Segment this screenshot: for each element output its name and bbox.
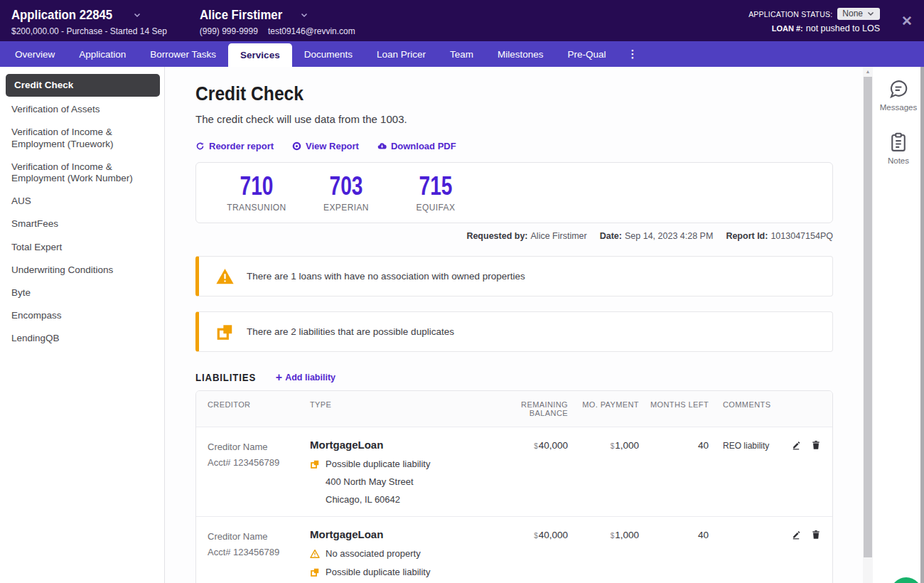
- application-title[interactable]: Application 22845: [11, 7, 112, 23]
- score-value: 703: [330, 173, 363, 199]
- sidebar-item-verification-of-assets[interactable]: Verification of Assets: [0, 98, 164, 121]
- sidebar-item-underwriting-conditions[interactable]: Underwriting Conditions: [0, 259, 164, 282]
- alerts-section: There are 1 loans with have no associati…: [195, 256, 833, 352]
- page-title: Credit Check: [195, 82, 303, 105]
- duplicate-icon: [310, 567, 320, 577]
- alert-banner: There are 1 loans with have no associati…: [195, 256, 833, 296]
- scrollbar-thumb[interactable]: [864, 77, 872, 557]
- tab-milestones[interactable]: Milestones: [485, 41, 556, 67]
- liabilities-heading: LIABILITIES: [195, 371, 256, 383]
- services-sidebar: Credit CheckVerification of AssetsVerifi…: [0, 67, 165, 583]
- right-rail: MessagesNotes: [873, 67, 924, 583]
- rail-item-label: Messages: [880, 103, 917, 112]
- sidebar-item-byte[interactable]: Byte: [0, 282, 164, 304]
- sidebar-item-encompass[interactable]: Encompass: [0, 304, 164, 327]
- liability-type: MortgageLoan: [310, 528, 486, 540]
- table-header-row: CREDITORTYPEREMAINING BALANCEMO. PAYMENT…: [196, 391, 832, 427]
- mo-payment: $1,000: [568, 528, 639, 540]
- creditor-name: Creditor Name: [208, 529, 310, 545]
- tab-application[interactable]: Application: [67, 41, 138, 67]
- chevron-down-icon[interactable]: [133, 11, 141, 19]
- top-header: Application 22845 $200,000.00 - Purchase…: [0, 0, 924, 41]
- date-value: Sep 14, 2023 4:28 PM: [625, 231, 713, 241]
- comments: [709, 528, 787, 530]
- application-subtitle: $200,000.00 - Purchase - Started 14 Sep: [11, 26, 167, 36]
- sidebar-item-total-expert[interactable]: Total Expert: [0, 236, 164, 259]
- edit-icon[interactable]: [792, 530, 802, 540]
- liability-address-line: 400 North May Street: [310, 476, 486, 487]
- reorder-icon: [195, 141, 205, 151]
- page-subtitle: The credit check will use data from the …: [195, 113, 833, 125]
- borrower-name[interactable]: Alice Firstimer: [200, 7, 282, 23]
- tab-services[interactable]: Services: [228, 43, 292, 67]
- bureau-label: TRANSUNION: [217, 203, 296, 213]
- delete-icon[interactable]: [811, 530, 821, 540]
- edit-icon[interactable]: [792, 440, 802, 450]
- duplicate-icon: [310, 459, 320, 469]
- sidebar-item-aus[interactable]: AUS: [0, 190, 164, 213]
- tab-overview[interactable]: Overview: [3, 41, 67, 67]
- chevron-down-icon[interactable]: [300, 11, 308, 19]
- loan-number-label: LOAN #:: [772, 24, 803, 33]
- bureau-label: EQUIFAX: [397, 203, 475, 213]
- requested-by-label: Requested by:: [466, 231, 527, 241]
- status-dropdown[interactable]: None: [837, 8, 880, 20]
- reorder-report-button[interactable]: Reorder report: [195, 141, 274, 151]
- application-status-label: APPLICATION STATUS:: [748, 10, 832, 18]
- creditor-name: Creditor Name: [208, 439, 310, 455]
- liability-type: MortgageLoan: [310, 439, 486, 451]
- delete-icon[interactable]: [811, 440, 821, 450]
- main-content: Credit Check The credit check will use d…: [165, 67, 863, 583]
- liability-row: Creditor NameAcct# 123456789MortgageLoan…: [196, 427, 832, 517]
- credit-score-experian: 703EXPERIAN: [307, 173, 385, 213]
- tab-team[interactable]: Team: [438, 41, 485, 67]
- score-value: 715: [419, 173, 453, 199]
- close-icon[interactable]: ✕: [901, 14, 913, 28]
- tab-documents[interactable]: Documents: [292, 41, 365, 67]
- tab-loan-pricer[interactable]: Loan Pricer: [365, 41, 438, 67]
- sidebar-item-verification-of-income-employment-work-number-[interactable]: Verification of Income & Employment (Wor…: [0, 156, 164, 190]
- loan-number-value: not pushed to LOS: [806, 23, 880, 33]
- scrollbar-up-arrow-icon[interactable]: ▲: [863, 69, 873, 74]
- borrower-phone: (999) 999-9999: [200, 26, 258, 36]
- sidebar-item-credit-check[interactable]: Credit Check: [6, 74, 160, 97]
- report-meta: Requested by:Alice Firstimer Date:Sep 14…: [195, 231, 833, 241]
- sidebar-item-verification-of-income-employment-truework-[interactable]: Verification of Income & Employment (Tru…: [0, 121, 164, 155]
- sidebar-item-lendingqb[interactable]: LendingQB: [0, 327, 164, 350]
- duplicate-icon: [215, 323, 235, 341]
- report-actions: Reorder reportView ReportDownload PDF: [195, 141, 833, 151]
- bureau-label: EXPERIAN: [307, 203, 385, 213]
- creditor-account: Acct# 123456789: [208, 455, 310, 471]
- sidebar-item-smartfees[interactable]: SmartFees: [0, 213, 164, 235]
- liability-flag: Possible duplicate liability: [310, 459, 486, 469]
- mo-payment: $1,000: [568, 439, 639, 451]
- add-liability-button[interactable]: + Add liability: [276, 372, 335, 383]
- rail-item-notes[interactable]: Notes: [888, 132, 909, 165]
- view-report-button[interactable]: View Report: [292, 141, 359, 151]
- tab-borrower-tasks[interactable]: Borrower Tasks: [138, 41, 228, 67]
- nav-overflow-icon[interactable]: ⋮: [618, 41, 648, 67]
- liability-row: Creditor NameAcct# 123456789MortgageLoan…: [196, 517, 832, 583]
- column-header: COMMENTS: [709, 391, 787, 418]
- window-scrollbar[interactable]: [920, 67, 924, 583]
- credit-scores-card: 710TRANSUNION703EXPERIAN715EQUIFAX: [195, 162, 833, 223]
- rail-item-messages[interactable]: Messages: [880, 78, 917, 112]
- content-scrollbar[interactable]: ▲: [863, 67, 873, 583]
- rail-item-label: Notes: [888, 156, 909, 165]
- months-left: 40: [639, 528, 709, 540]
- requested-by-value: Alice Firstimer: [531, 231, 587, 241]
- notes-icon: [888, 132, 909, 153]
- comments: REO liability: [709, 439, 787, 451]
- status-dropdown-value: None: [842, 9, 863, 18]
- column-header: REMAINING BALANCE: [486, 391, 568, 427]
- messages-icon: [888, 78, 909, 100]
- column-header: MONTHS LEFT: [639, 391, 709, 418]
- main-nav: OverviewApplicationBorrower TasksService…: [0, 41, 924, 67]
- borrower-email: test09146@revvin.com: [268, 26, 355, 36]
- download-pdf-button[interactable]: Download PDF: [377, 141, 456, 151]
- plus-icon: +: [276, 372, 282, 383]
- tab-pre-qual[interactable]: Pre-Qual: [556, 41, 618, 67]
- months-left: 40: [639, 439, 709, 451]
- application-window: Application 22845 $200,000.00 - Purchase…: [0, 0, 924, 583]
- report-id-label: Report Id:: [726, 231, 768, 241]
